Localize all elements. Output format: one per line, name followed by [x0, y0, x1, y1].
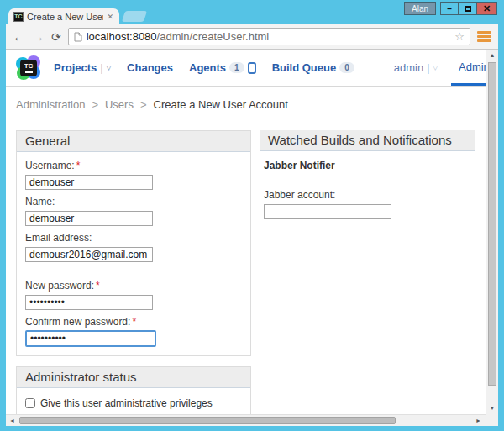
admin-privileges-row: Give this user administrative privileges — [25, 396, 242, 412]
name-row: Name: — [25, 196, 242, 226]
vertical-scrollbar[interactable]: ▲ ▼ — [486, 50, 498, 414]
address-bar[interactable]: localhost:8080/admin/createUser.html ☆ — [68, 28, 470, 45]
general-panel: General Username:* Name: Em — [16, 130, 251, 356]
url-text[interactable]: localhost:8080/admin/createUser.html — [87, 30, 451, 43]
build-queue-count-badge: 0 — [339, 62, 354, 73]
browser-tab[interactable]: TC Create a New User Account ✕ — [8, 8, 119, 24]
teamcity-favicon-icon: TC — [13, 12, 24, 22]
minimize-icon: – — [447, 4, 452, 13]
content-columns: General Username:* Name: Em — [6, 130, 486, 414]
main-nav: Projects | ▽ Changes Agents 1 Build Queu… — [54, 61, 354, 74]
nav-administration-active[interactable]: Administration — [451, 50, 486, 86]
url-host: localhost:8080 — [87, 30, 157, 43]
administrator-status-panel: Administrator status Give this user admi… — [16, 366, 251, 414]
jabber-account-label: Jabber account: — [264, 189, 471, 201]
tab-close-icon[interactable]: ✕ — [107, 13, 113, 21]
jabber-account-row: Jabber account: — [264, 189, 471, 219]
chevron-down-icon[interactable]: ▽ — [433, 65, 438, 71]
username-label: Username:* — [25, 160, 242, 171]
horizontal-scrollbar-thumb[interactable] — [19, 417, 396, 424]
admin-privileges-label: Give this user administrative privileges — [40, 397, 213, 409]
teamcity-logo-icon: TC — [20, 60, 37, 76]
breadcrumb-administration[interactable]: Administration — [16, 98, 85, 111]
required-mark: * — [76, 160, 81, 171]
user-name: admin — [394, 61, 423, 74]
new-password-row: New password:* — [25, 280, 242, 310]
vertical-scrollbar-thumb[interactable] — [488, 62, 496, 386]
required-mark: * — [132, 316, 136, 328]
breadcrumb-users[interactable]: Users — [105, 98, 134, 111]
teamcity-page: TC Projects | ▽ Changes Agents — [6, 50, 486, 414]
close-button[interactable]: ✕ — [477, 2, 497, 15]
user-menu[interactable]: admin | ▽ — [394, 61, 438, 74]
browser-profile-badge[interactable]: Alan — [404, 2, 436, 15]
confirm-password-row: Confirm new password:* — [25, 316, 242, 347]
watched-builds-title: Watched Builds and Notifications — [260, 130, 475, 151]
scroll-right-icon[interactable]: ► — [475, 415, 481, 426]
username-row: Username:* — [25, 160, 242, 190]
browser-window: Alan – ✕ TC Create a New User Account ✕ … — [0, 0, 504, 431]
breadcrumb-separator: > — [92, 98, 98, 111]
password-section-divider — [22, 271, 245, 271]
close-icon: ✕ — [483, 3, 491, 14]
back-icon[interactable]: ← — [13, 30, 25, 43]
breadcrumb-separator: > — [140, 98, 147, 111]
breadcrumb: Administration > Users > Create a New Us… — [6, 87, 486, 130]
maximize-button[interactable] — [459, 2, 477, 15]
confirm-password-label: Confirm new password:* — [25, 316, 242, 328]
left-column: General Username:* Name: Em — [16, 130, 251, 414]
new-password-field[interactable] — [25, 295, 153, 310]
window-controls: Alan – ✕ — [404, 2, 497, 15]
agents-count-badge: 1 — [229, 62, 244, 73]
teamcity-logo[interactable]: TC — [16, 55, 41, 81]
admin-privileges-checkbox[interactable] — [25, 398, 35, 408]
watched-builds-body: Jabber Notifier Jabber account: — [260, 151, 475, 234]
nav-projects[interactable]: Projects | ▽ — [54, 61, 111, 74]
browser-menu-icon[interactable] — [477, 31, 491, 42]
jabber-notifier-heading: Jabber Notifier — [264, 160, 471, 176]
nav-build-queue[interactable]: Build Queue 0 — [272, 61, 354, 74]
administrator-status-title: Administrator status — [17, 367, 250, 388]
email-field[interactable] — [25, 247, 153, 262]
email-row: Email address: — [25, 232, 242, 262]
url-path: /admin/createUser.html — [157, 30, 270, 43]
tab-title: Create a New User Account — [27, 12, 103, 22]
horizontal-scrollbar[interactable]: ◄ ► — [6, 414, 486, 426]
confirm-password-field[interactable] — [25, 330, 156, 347]
teamcity-header: TC Projects | ▽ Changes Agents — [6, 50, 486, 87]
general-panel-title: General — [17, 131, 250, 152]
scroll-up-icon[interactable]: ▲ — [486, 50, 498, 60]
general-panel-body: Username:* Name: Email address: — [17, 152, 250, 355]
page-icon — [74, 32, 82, 42]
jabber-account-field[interactable] — [264, 204, 391, 219]
nav-pipe: | — [100, 61, 102, 74]
breadcrumb-current-page: Create a New User Account — [154, 98, 288, 111]
new-tab-button[interactable] — [122, 11, 147, 22]
scrollbar-corner — [486, 414, 498, 426]
browser-toolbar: ← → ⟳ localhost:8080/admin/createUser.ht… — [6, 24, 498, 50]
page-viewport: TC Projects | ▽ Changes Agents — [6, 50, 498, 426]
administrator-status-body: Give this user administrative privileges — [17, 388, 250, 414]
required-mark: * — [96, 280, 100, 292]
nav-changes[interactable]: Changes — [127, 61, 173, 74]
name-label: Name: — [25, 196, 242, 208]
maximize-icon — [465, 6, 471, 12]
scroll-down-icon[interactable]: ▼ — [486, 403, 498, 413]
chevron-down-icon[interactable]: ▽ — [107, 65, 111, 71]
minimize-button[interactable]: – — [440, 2, 459, 15]
refresh-icon[interactable]: ⟳ — [51, 31, 61, 43]
scroll-left-icon[interactable]: ◄ — [9, 415, 15, 426]
agent-status-icon — [248, 62, 256, 74]
username-field[interactable] — [25, 175, 153, 190]
header-right: admin | ▽ Administration — [394, 50, 486, 86]
forward-icon: → — [32, 30, 45, 43]
bookmark-star-icon[interactable]: ☆ — [454, 31, 465, 42]
email-label: Email address: — [25, 232, 242, 244]
watched-builds-panel: Watched Builds and Notifications Jabber … — [260, 130, 475, 234]
name-field[interactable] — [25, 211, 153, 226]
nav-agents[interactable]: Agents 1 — [189, 61, 256, 74]
new-password-label: New password:* — [25, 280, 242, 292]
